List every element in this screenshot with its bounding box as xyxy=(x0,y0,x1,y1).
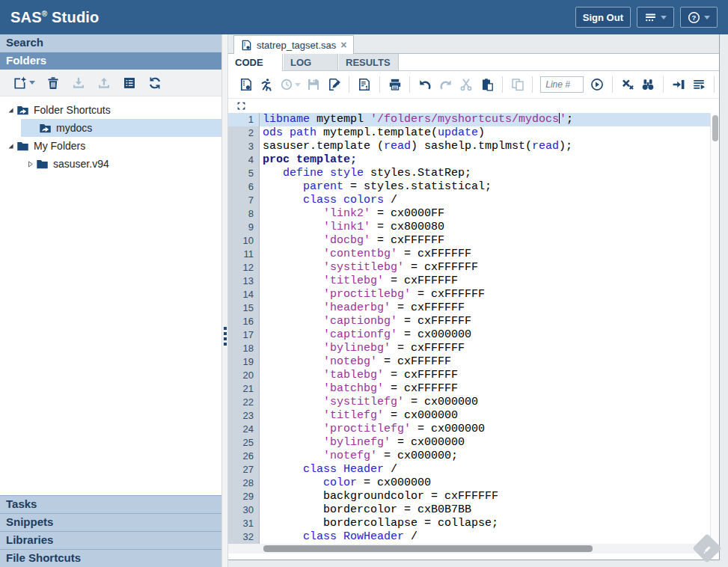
splitter-handle-icon[interactable] xyxy=(224,325,227,348)
document-tab[interactable]: statrep_tagset.sas × xyxy=(233,35,354,54)
code-line-29[interactable]: backgroundcolor = cxFFFFFF xyxy=(260,490,719,503)
code-line-1[interactable]: libname mytempl '/folders/myshortcuts/my… xyxy=(260,113,719,126)
trash-icon xyxy=(46,76,60,90)
code-line-19[interactable]: 'notebg' = cxFFFFFF xyxy=(260,355,719,369)
code-line-22[interactable]: 'systitlefg' = cx000000 xyxy=(260,396,719,409)
properties-button[interactable] xyxy=(118,73,141,93)
registered-mark: ® xyxy=(42,10,48,18)
code-line-11[interactable]: 'contentbg' = cxFFFFFF xyxy=(260,248,719,261)
line-number-input[interactable] xyxy=(540,76,584,93)
sign-out-button[interactable]: Sign Out xyxy=(575,7,631,28)
code-line-28[interactable]: color = cx000000 xyxy=(260,476,719,490)
line-number-24: 24 xyxy=(228,423,259,436)
folder-tree: Folder ShortcutsmydocsMy Folderssasuser.… xyxy=(0,96,221,495)
section-folders[interactable]: Folders xyxy=(0,52,221,70)
code-line-9[interactable]: 'link1' = cx800080 xyxy=(260,221,719,234)
code-line-32[interactable]: class RowHeader / xyxy=(260,530,719,544)
code-line-6[interactable]: parent = styles.statistical; xyxy=(260,180,719,194)
code-line-27[interactable]: class Header / xyxy=(260,463,719,476)
tree-item-sasuser-v94[interactable]: sasuser.v94 xyxy=(0,155,221,173)
code-line-26[interactable]: 'notefg' = cx000000; xyxy=(260,450,719,463)
paste-icon xyxy=(480,78,494,91)
trash-button[interactable] xyxy=(42,73,64,93)
section-tasks[interactable]: Tasks xyxy=(0,495,221,513)
code-line-3[interactable]: sasuser.template (read) sashelp.tmplmst(… xyxy=(260,140,719,153)
code-line-23[interactable]: 'titlefg' = cx000000 xyxy=(260,409,719,423)
code-line-21[interactable]: 'batchbg' = cxFFFFFF xyxy=(260,382,719,396)
code-line-25[interactable]: 'bylinefg' = cx000000 xyxy=(260,436,719,450)
code-line-13[interactable]: 'titlebg' = cxFFFFFF xyxy=(260,275,719,288)
tree-caret-expanded-icon[interactable] xyxy=(4,104,16,116)
code-line-24[interactable]: 'proctitlefg' = cx000000 xyxy=(260,423,719,436)
pane-splitter[interactable] xyxy=(221,34,228,567)
paste-button[interactable] xyxy=(477,74,498,95)
refresh-button[interactable] xyxy=(144,73,166,93)
find-button[interactable] xyxy=(637,74,658,95)
code-line-10[interactable]: 'docbg' = cxFFFFFF xyxy=(260,234,719,248)
code-line-20[interactable]: 'tablebg' = cxFFFFFF xyxy=(260,369,719,382)
code-editor[interactable]: 1234567891011121314151617181920212223242… xyxy=(228,113,719,544)
line-number-23: 23 xyxy=(228,409,259,423)
chevron-down-icon xyxy=(704,16,710,19)
vertical-scrollbar-thumb[interactable] xyxy=(712,115,718,141)
app-menu-button[interactable] xyxy=(637,7,674,28)
code-line-4[interactable]: proc template; xyxy=(260,153,719,167)
code-line-7[interactable]: class colors / xyxy=(260,194,719,207)
print-button[interactable] xyxy=(385,74,406,95)
code-line-31[interactable]: bordercollapse = collapse; xyxy=(260,517,719,530)
tree-item-mydocs[interactable]: mydocs xyxy=(21,119,221,137)
tree-item-my-folders[interactable]: My Folders xyxy=(0,137,221,155)
run-button[interactable] xyxy=(257,74,278,95)
tree-caret-expanded-icon[interactable] xyxy=(4,140,16,152)
shift-right-icon xyxy=(672,78,685,91)
new-item-button[interactable] xyxy=(9,73,39,93)
code-line-30[interactable]: bordercolor = cxB0B7BB xyxy=(260,503,719,517)
close-icon[interactable]: × xyxy=(340,40,346,50)
history-icon xyxy=(280,78,293,91)
goto-line-button[interactable] xyxy=(587,74,608,95)
program-button[interactable] xyxy=(236,74,257,95)
code-line-5[interactable]: define style styles.StatRep; xyxy=(260,167,719,180)
clear-code-button[interactable] xyxy=(617,74,638,95)
horizontal-scrollbar[interactable] xyxy=(228,544,719,554)
tab-log[interactable]: LOG xyxy=(284,54,338,70)
format-lines-button[interactable] xyxy=(689,74,710,95)
clear-code-icon xyxy=(621,78,634,91)
folder-icon xyxy=(36,158,49,171)
save-as-button[interactable] xyxy=(324,74,345,95)
line-number-18: 18 xyxy=(228,342,259,355)
format-lines-icon xyxy=(692,78,706,91)
code-line-14[interactable]: 'proctitlebg' = cxFFFFFF xyxy=(260,288,719,301)
code-line-2[interactable]: ods path mytempl.template(update) xyxy=(260,126,719,140)
section-snippets[interactable]: Snippets xyxy=(0,513,221,531)
navigation-pane: Search Folders Folder ShortcutsmydocsMy … xyxy=(0,34,221,567)
section-search[interactable]: Search xyxy=(0,34,221,52)
code-line-12[interactable]: 'systitlebg' = cxFFFFFF xyxy=(260,261,719,275)
code-line-15[interactable]: 'headerbg' = cxFFFFFF xyxy=(260,301,719,315)
horizontal-scrollbar-thumb[interactable] xyxy=(263,545,593,552)
undo-button[interactable] xyxy=(415,74,435,95)
line-number-26: 26 xyxy=(228,450,259,463)
format-code-button[interactable] xyxy=(354,74,375,95)
toolbar-separator xyxy=(612,76,613,93)
code-line-18[interactable]: 'bylinebg' = cxFFFFFF xyxy=(260,342,719,355)
save-as-icon xyxy=(328,78,341,91)
section-file-shortcuts[interactable]: File Shortcuts xyxy=(0,549,221,567)
shift-right-button[interactable] xyxy=(668,74,689,95)
vertical-scrollbar[interactable] xyxy=(710,113,719,544)
tree-caret-collapsed-icon[interactable] xyxy=(24,158,36,170)
help-button[interactable]: ? xyxy=(680,7,718,28)
maximize-icon[interactable] xyxy=(236,101,247,111)
editor-toolbar xyxy=(228,71,719,99)
sidebar-sections: TasksSnippetsLibrariesFile Shortcuts xyxy=(0,495,221,567)
line-number-28: 28 xyxy=(228,476,259,490)
editor-code[interactable]: libname mytempl '/folders/myshortcuts/my… xyxy=(260,113,719,544)
code-line-16[interactable]: 'captionbg' = cxFFFFFF xyxy=(260,315,719,328)
tab-results[interactable]: RESULTS xyxy=(339,54,399,70)
tree-item-folder-shortcuts[interactable]: Folder Shortcuts xyxy=(0,101,221,119)
line-number-4: 4 xyxy=(228,153,259,167)
tab-code[interactable]: CODE xyxy=(228,54,283,71)
section-libraries[interactable]: Libraries xyxy=(0,531,221,549)
code-line-17[interactable]: 'captionfg' = cx000000 xyxy=(260,328,719,342)
code-line-8[interactable]: 'link2' = cx0000FF xyxy=(260,207,719,221)
